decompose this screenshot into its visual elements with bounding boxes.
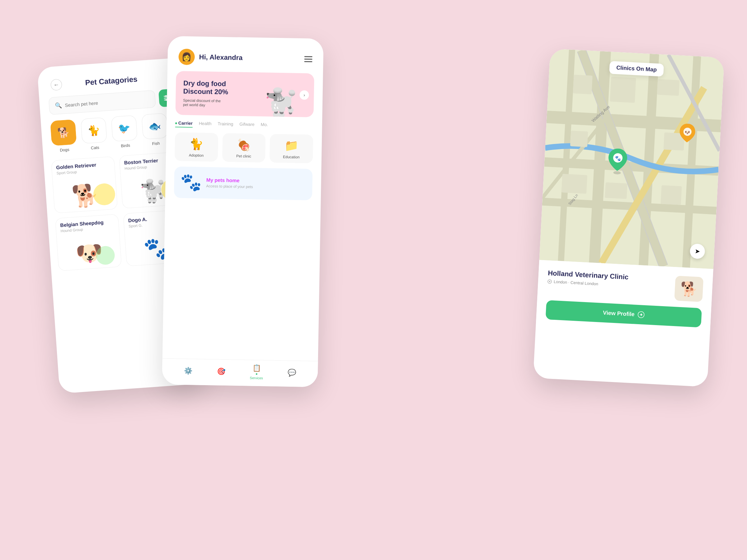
service-pet-clinic[interactable]: 🍖 Pet clinic	[222, 133, 265, 162]
pet-clinic-icon: 🍖	[237, 138, 251, 152]
category-dogs[interactable]: 🐕 Dogs	[50, 119, 77, 153]
pets-illustration: 🐾	[180, 172, 202, 193]
my-pets-title: My pets home	[206, 177, 253, 184]
service-adoption[interactable]: 🐈 Adoption	[175, 132, 218, 161]
explore-icon: 🎯	[217, 367, 225, 375]
fish-icon-box: 🐟	[141, 113, 168, 139]
cats-icon-box: 🐈	[81, 117, 107, 144]
page-title: Pet Catagories	[85, 75, 138, 87]
nav-settings[interactable]: ⚙️	[184, 367, 192, 375]
active-dot	[256, 373, 257, 375]
nav-services[interactable]: 📋 Services	[250, 364, 263, 380]
clinic-image: 🐕	[674, 276, 703, 302]
pet-clinic-label: Pet clinic	[236, 154, 251, 158]
map-area: Watling Ave Stag Ln Clinics On Map 🐾 🐶	[539, 49, 725, 269]
map-pin-secondary: 🐶	[678, 123, 697, 147]
category-birds[interactable]: 🐦 Birds	[111, 115, 138, 149]
banner-dog-illustration: 🐩	[263, 87, 299, 117]
search-icon: 🔍	[55, 102, 62, 109]
tab-health[interactable]: Health	[199, 121, 212, 128]
education-label: Education	[283, 155, 300, 159]
education-icon: 📁	[284, 139, 299, 153]
back-button[interactable]: ←	[50, 79, 62, 90]
cats-label: Cats	[91, 145, 99, 150]
adoption-label: Adoption	[189, 153, 204, 158]
nav-explore[interactable]: 🎯	[217, 367, 225, 375]
svg-point-29	[613, 171, 621, 174]
pet-card-belgian[interactable]: Belgian Sheepdog Hound Group 🐶	[55, 214, 122, 271]
fish-label: Fish	[152, 141, 160, 146]
bottom-navigation: ⚙️ 🎯 📋 Services 💬	[162, 358, 318, 387]
dogs-icon-box: 🐕	[50, 119, 77, 146]
service-education[interactable]: 📁 Education	[269, 134, 313, 163]
adoption-icon: 🐈	[189, 137, 204, 151]
user-avatar[interactable]: 👩	[178, 49, 195, 65]
tab-more[interactable]: Mo.	[260, 122, 268, 129]
services-nav-label: Services	[250, 376, 263, 380]
clinic-info: Holland Veterinary Clinic London · Centr…	[547, 269, 704, 302]
map-pin-main: 🐾	[606, 148, 629, 177]
chat-icon: 💬	[288, 368, 296, 376]
my-pets-card[interactable]: 🐾 My pets home Access to place of your p…	[174, 166, 313, 201]
svg-point-35	[549, 281, 550, 282]
hamburger-menu[interactable]	[304, 56, 312, 62]
svg-rect-21	[657, 79, 680, 96]
clinic-card: Holland Veterinary Clinic London · Centr…	[536, 260, 713, 334]
search-box[interactable]: 🔍	[49, 90, 156, 115]
tab-gifware[interactable]: Gifware	[239, 122, 255, 129]
service-grid: 🐈 Adoption 🍖 Pet clinic 📁 Education	[166, 132, 322, 169]
birds-label: Birds	[121, 143, 130, 148]
settings-icon: ⚙️	[184, 367, 192, 375]
birds-icon-box: 🐦	[111, 115, 137, 141]
locate-icon: ➤	[695, 247, 700, 255]
svg-rect-25	[605, 182, 627, 199]
promo-banner[interactable]: Dry dog foodDiscount 20% Special discoun…	[175, 71, 314, 117]
pet-image-area: 🐕	[57, 174, 113, 209]
top-bar: 👩 Hi, Alexandra	[168, 36, 324, 71]
svg-rect-22	[570, 131, 588, 147]
svg-rect-20	[610, 77, 636, 103]
services-icon: 📋	[252, 364, 261, 372]
category-cats[interactable]: 🐈 Cats	[81, 117, 108, 151]
my-pets-subtitle: Access to place of your pets	[206, 184, 253, 189]
greeting-text: Hi, Alexandra	[199, 53, 242, 61]
search-input[interactable]	[65, 97, 150, 108]
tab-carrier[interactable]: Carrier	[175, 121, 193, 128]
pet-card-golden[interactable]: Golden Retriever Sport Group 🐕	[51, 156, 118, 213]
map-svg: Watling Ave Stag Ln	[539, 49, 725, 269]
banner-arrow-button[interactable]: ›	[300, 90, 309, 100]
view-profile-button[interactable]: View Profile	[546, 300, 702, 328]
svg-rect-24	[562, 174, 587, 194]
tab-training[interactable]: Training	[217, 121, 233, 128]
arrow-right-icon	[638, 311, 645, 318]
phone-right-map: Watling Ave Stag Ln Clinics On Map 🐾 🐶	[533, 49, 725, 387]
svg-text:🐶: 🐶	[685, 130, 690, 135]
dogs-label: Dogs	[60, 147, 70, 153]
svg-rect-19	[573, 75, 593, 94]
phone-center-main: 👩 Hi, Alexandra Dry dog foodDiscount 20%…	[162, 36, 324, 387]
location-icon	[547, 279, 552, 284]
nav-chat[interactable]: 💬	[288, 368, 296, 376]
svg-rect-26	[661, 185, 681, 205]
view-profile-label: View Profile	[603, 310, 635, 318]
svg-text:🐾: 🐾	[615, 155, 621, 161]
pet-image-area: 🐶	[61, 232, 117, 266]
category-fish[interactable]: 🐟 Fish	[141, 113, 169, 146]
